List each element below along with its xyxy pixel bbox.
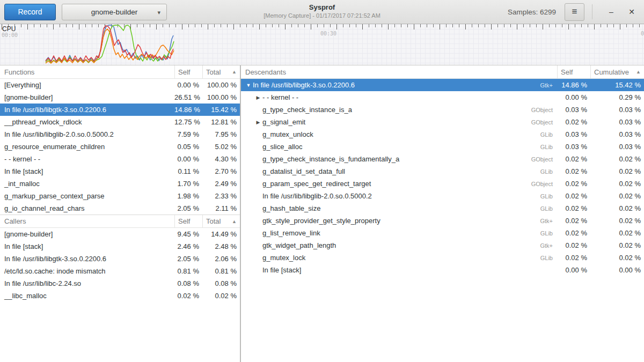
- total-percent: 0.81 %: [202, 267, 240, 275]
- record-button[interactable]: Record: [4, 4, 56, 20]
- total-column-header[interactable]: Total ▲: [202, 215, 240, 227]
- cpu-graph[interactable]: CPU 00:00 00:30 01:00: [0, 24, 644, 65]
- tree-name-cell: g_type_check_instance_is_fundamentally_a: [241, 155, 531, 163]
- sort-ascending-icon: ▲: [232, 69, 237, 75]
- expander-closed-icon[interactable]: ▶: [254, 120, 262, 125]
- tree-row[interactable]: g_mutex_lockGLib0.02 %0.02 %: [241, 252, 644, 264]
- self-percent: 0.81 %: [174, 267, 202, 275]
- callers-column-header[interactable]: Callers: [0, 217, 174, 225]
- total-column-header[interactable]: Total ▲: [202, 65, 240, 78]
- table-row[interactable]: In file /usr/lib/libgtk-3.so.0.2200.62.0…: [0, 253, 240, 265]
- function-name: [gnome-builder]: [0, 93, 174, 101]
- chevron-down-icon: ▾: [157, 9, 160, 16]
- self-percent: 0.00 %: [557, 93, 590, 101]
- total-percent: 100.00 %: [202, 81, 240, 89]
- self-column-header[interactable]: Self: [557, 65, 590, 78]
- function-name: - - kernel - -: [0, 155, 174, 163]
- tree-row[interactable]: ▼In file /usr/lib/libgtk-3.so.0.2200.6Gt…: [241, 79, 644, 91]
- table-row[interactable]: In file /usr/lib/libc-2.24.so0.08 %0.08 …: [0, 277, 240, 290]
- self-column-header[interactable]: Self: [174, 65, 202, 78]
- self-percent: 26.51 %: [174, 93, 202, 101]
- total-percent: 15.42 %: [202, 106, 240, 114]
- tree-row[interactable]: g_slice_allocGLib0.03 %0.03 %: [241, 141, 644, 153]
- table-row[interactable]: __libc_malloc0.02 %0.02 %: [0, 290, 240, 302]
- function-name: g_mutex_lock: [262, 254, 305, 262]
- table-row[interactable]: /etc/ld.so.cache: inode mismatch0.81 %0.…: [0, 265, 240, 277]
- function-name: g_signal_emit: [262, 118, 305, 126]
- tree-row[interactable]: ▶- - kernel - -0.00 %0.29 %: [241, 91, 644, 104]
- self-column-header[interactable]: Self: [174, 215, 202, 227]
- minimize-button[interactable]: –: [603, 4, 619, 20]
- total-percent: 0.02 %: [202, 292, 240, 300]
- self-percent: 2.05 %: [174, 204, 202, 212]
- function-name: _int_malloc: [0, 180, 174, 188]
- total-percent: 4.30 %: [202, 155, 240, 163]
- table-row[interactable]: In file /usr/lib/libgtk-3.so.0.2200.614.…: [0, 104, 240, 116]
- tree-row[interactable]: In file /usr/lib/libglib-2.0.so.0.5000.2…: [241, 190, 644, 202]
- library-category-badge: GLib: [540, 131, 557, 138]
- function-name: In file /usr/lib/libgtk-3.so.0.2200.6: [0, 255, 174, 263]
- tree-row[interactable]: g_datalist_id_set_data_fullGLib0.02 %0.0…: [241, 165, 644, 178]
- self-percent: 1.98 %: [174, 192, 202, 200]
- close-icon: ✕: [628, 8, 635, 16]
- function-name: /etc/ld.so.cache: inode mismatch: [0, 267, 174, 275]
- titlebar-separator: [592, 4, 592, 19]
- tree-row[interactable]: g_hash_table_sizeGLib0.02 %0.02 %: [241, 202, 644, 215]
- total-percent: 7.95 %: [202, 130, 240, 138]
- self-percent: 14.86 %: [557, 81, 590, 89]
- tree-name-cell: In file /usr/lib/libglib-2.0.so.0.5000.2: [241, 192, 540, 200]
- cumulative-percent: 0.02 %: [590, 241, 644, 249]
- tree-row[interactable]: gtk_widget_path_lengthGtk+0.02 %0.02 %: [241, 239, 644, 252]
- function-name: In file /usr/lib/libglib-2.0.so.0.5000.2: [0, 130, 174, 138]
- function-name: - - kernel - -: [262, 93, 298, 101]
- table-row[interactable]: g_markup_parse_context_parse1.98 %2.33 %: [0, 190, 240, 202]
- tree-row[interactable]: g_type_check_instance_is_aGObject0.03 %0…: [241, 104, 644, 116]
- cumulative-column-header[interactable]: Cumulative ▲: [590, 65, 644, 78]
- tree-row[interactable]: ▶g_signal_emitGObject0.02 %0.03 %: [241, 116, 644, 128]
- tree-row[interactable]: g_param_spec_get_redirect_targetGObject0…: [241, 178, 644, 190]
- table-row[interactable]: _int_malloc1.70 %2.49 %: [0, 178, 240, 190]
- samples-count: Samples: 6299: [508, 8, 556, 16]
- function-name: In file /usr/lib/libgtk-3.so.0.2200.6: [0, 106, 174, 114]
- cumulative-percent: 0.02 %: [590, 229, 644, 237]
- table-row[interactable]: In file /usr/lib/libglib-2.0.so.0.5000.2…: [0, 128, 240, 141]
- tree-row[interactable]: In file [stack]0.00 %0.00 %: [241, 264, 644, 276]
- close-button[interactable]: ✕: [624, 4, 640, 20]
- cumulative-percent: 0.03 %: [590, 130, 644, 138]
- hamburger-icon: ≡: [572, 6, 577, 17]
- total-percent: 2.49 %: [202, 180, 240, 188]
- table-row[interactable]: In file [stack]2.46 %2.48 %: [0, 240, 240, 253]
- table-row[interactable]: __pthread_rwlock_rdlock12.75 %12.81 %: [0, 116, 240, 128]
- self-percent: 0.00 %: [174, 155, 202, 163]
- expander-open-icon[interactable]: ▼: [244, 83, 253, 88]
- functions-column-header[interactable]: Functions: [0, 68, 174, 76]
- cumulative-percent: 0.02 %: [590, 155, 644, 163]
- library-category-badge: GLib: [540, 255, 557, 261]
- process-selector-dropdown[interactable]: gnome-builder ▾: [62, 4, 167, 20]
- function-name: In file /usr/lib/libglib-2.0.so.0.5000.2: [262, 192, 372, 200]
- table-row[interactable]: In file [stack]0.11 %2.70 %: [0, 165, 240, 178]
- self-percent: 7.59 %: [174, 130, 202, 138]
- library-category-badge: Gtk+: [540, 82, 557, 88]
- descendants-column-header[interactable]: Descendants: [241, 68, 557, 76]
- self-percent: 0.05 %: [174, 143, 202, 151]
- expander-closed-icon[interactable]: ▶: [254, 95, 262, 100]
- table-row[interactable]: [Everything]0.00 %100.00 %: [0, 79, 240, 91]
- menu-button[interactable]: ≡: [565, 3, 584, 21]
- tree-row[interactable]: g_list_remove_linkGLib0.02 %0.02 %: [241, 227, 644, 239]
- function-name: g_hash_table_size: [262, 204, 320, 212]
- function-name: g_list_remove_link: [262, 229, 320, 237]
- table-row[interactable]: g_resource_enumerate_children0.05 %5.02 …: [0, 141, 240, 153]
- table-row[interactable]: - - kernel - -0.00 %4.30 %: [0, 153, 240, 165]
- cumulative-percent: 0.02 %: [590, 167, 644, 175]
- table-row[interactable]: [gnome-builder]26.51 %100.00 %: [0, 91, 240, 104]
- tree-row[interactable]: g_type_check_instance_is_fundamentally_a…: [241, 153, 644, 165]
- tree-row[interactable]: gtk_style_provider_get_style_propertyGtk…: [241, 215, 644, 227]
- function-name: g_type_check_instance_is_fundamentally_a: [262, 155, 399, 163]
- tree-row[interactable]: g_mutex_unlockGLib0.03 %0.03 %: [241, 128, 644, 141]
- tree-name-cell: g_type_check_instance_is_a: [241, 106, 531, 114]
- table-row[interactable]: [gnome-builder]9.45 %14.49 %: [0, 228, 240, 240]
- function-name: __libc_malloc: [0, 292, 174, 300]
- sort-ascending-icon: ▲: [636, 69, 641, 75]
- table-row[interactable]: g_io_channel_read_chars2.05 %2.11 %: [0, 202, 240, 215]
